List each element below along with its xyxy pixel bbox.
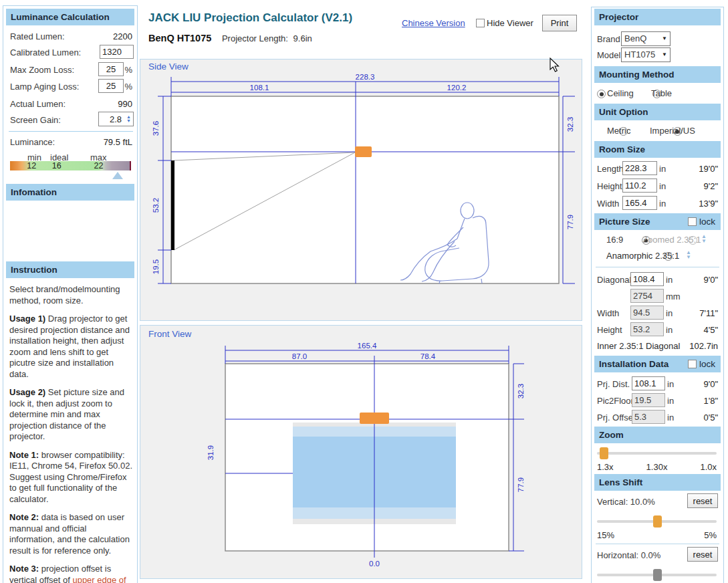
screen-gain-spinner[interactable]: ▲▼ xyxy=(126,115,131,123)
table-label: Table xyxy=(651,88,672,98)
horizontal-reset-button[interactable]: reset xyxy=(687,547,718,562)
picture-height-unit: in xyxy=(666,325,673,335)
room-height-input[interactable] xyxy=(622,179,657,193)
model-select[interactable]: HT1075 ▼ xyxy=(621,47,671,62)
room-width-input[interactable] xyxy=(622,196,657,210)
anamorphic-label: Anamorphic 2.35:1 xyxy=(606,251,679,261)
actual-lumen-label: Actual Lumen: xyxy=(10,99,66,109)
vertical-shift-slider[interactable] xyxy=(597,515,717,528)
inner-diagonal-value: 102.7in xyxy=(689,341,718,351)
horizontal-shift-handle[interactable] xyxy=(653,569,662,581)
instruction-text: Select brand/modelmounting method, room … xyxy=(9,284,133,583)
zoom-slider[interactable] xyxy=(597,447,717,459)
zoom-slider-handle[interactable] xyxy=(600,447,608,459)
luminance-label: Luminance: xyxy=(10,137,55,147)
prj-dist-imperial: 9'0" xyxy=(703,379,718,389)
model-label: Model xyxy=(597,50,620,60)
calibrated-lumen-input[interactable] xyxy=(100,45,134,59)
room-size-section-header: Room Size xyxy=(594,141,721,158)
prj-offset-unit: in xyxy=(667,413,674,423)
chinese-version-link[interactable]: Chinese Version xyxy=(402,18,465,28)
front-dim-lens-floor: 77.9 xyxy=(517,477,525,492)
diagonal-unit: in xyxy=(666,275,673,285)
vertical-reset-button[interactable]: reset xyxy=(687,493,718,508)
diagonal-imperial: 9'0" xyxy=(703,275,718,285)
luminance-row: Luminance: 79.5 ftL xyxy=(10,137,132,147)
picture-size-lock-checkbox[interactable] xyxy=(688,217,697,226)
scale-value-22: 22 xyxy=(94,161,104,170)
prj-offset-imperial: 0'5" xyxy=(703,413,718,423)
scale-pointer-icon xyxy=(112,172,123,179)
diagonal-input[interactable] xyxy=(630,272,664,286)
pic2floor-input xyxy=(632,393,665,407)
front-dim-center: 0.0 xyxy=(367,560,382,568)
installation-lock-checkbox[interactable] xyxy=(688,360,697,368)
side-dim-right: 120.2 xyxy=(445,84,469,92)
chevron-down-icon: ▼ xyxy=(662,51,667,57)
installation-lock-label: lock xyxy=(699,359,715,369)
front-dim-total: 165.4 xyxy=(356,342,379,350)
front-dim-right: 78.4 xyxy=(418,352,437,360)
max-zoom-loss-input[interactable] xyxy=(98,62,124,76)
prj-dist-unit: in xyxy=(667,379,674,389)
side-view-drawing xyxy=(140,60,582,320)
note2-paragraph: Note 2: data is based on user mannual an… xyxy=(9,512,133,556)
vertical-shift-handle[interactable] xyxy=(653,515,662,528)
luminance-section-header: Luminance Calculation xyxy=(6,9,134,25)
zoom-min-label: 1.3x xyxy=(597,462,614,472)
spin-down-icon[interactable]: ▼ xyxy=(126,119,131,123)
vertical-max-label: 5% xyxy=(704,530,717,540)
side-dim-total: 228.3 xyxy=(354,73,377,81)
projector-length-label: Projector Length: xyxy=(222,33,288,43)
zoom-current-label: 1.30x xyxy=(646,462,668,472)
information-section-header: Infomation xyxy=(6,184,134,201)
ratio-169-label: 16:9 xyxy=(606,235,623,245)
vertical-min-label: 15% xyxy=(597,530,614,540)
zoom-slider-track[interactable] xyxy=(597,452,717,455)
left-sidebar: Luminance Calculation Rated Lumen: 2200 … xyxy=(3,5,138,583)
prj-dist-input[interactable] xyxy=(632,376,665,390)
brand-select-value: BenQ xyxy=(624,33,646,43)
anamorphic-spinner[interactable]: ▲▼ xyxy=(686,251,691,259)
zoom-scale-labels: 1.3x 1.30x 1.0x xyxy=(597,462,717,472)
ceiling-radio[interactable] xyxy=(597,90,606,98)
print-button[interactable]: Print xyxy=(542,15,577,31)
zoomed-spinner[interactable]: ▲▼ xyxy=(701,235,707,243)
imperial-label: Imperial/US xyxy=(650,126,695,136)
brand-select[interactable]: BenQ ▼ xyxy=(621,31,671,46)
side-dim-screen-bottom: 19.5 xyxy=(152,259,160,274)
room-height-unit: in xyxy=(659,181,666,191)
zoomed-label: Zoomed 2.35:1 xyxy=(642,235,701,245)
picture-height-input xyxy=(630,322,664,336)
picture-height-imperial: 4'5" xyxy=(703,325,718,335)
picture-size-lock-label: lock xyxy=(699,217,715,227)
lens-shift-section-header: Lens Shift xyxy=(594,474,721,491)
divider xyxy=(596,544,719,544)
actual-lumen-value: 990 xyxy=(118,99,132,109)
room-width-imperial: 13'9" xyxy=(699,199,718,209)
side-dim-lens-floor: 77.9 xyxy=(566,215,574,229)
side-view-panel: Side View xyxy=(140,59,582,321)
lamp-aging-loss-input[interactable] xyxy=(98,79,124,93)
side-dim-lens-top: 32.3 xyxy=(566,117,574,132)
room-length-input[interactable] xyxy=(622,161,657,175)
horizontal-shift-slider[interactable] xyxy=(597,569,717,581)
model-select-value: HT1075 xyxy=(624,49,655,60)
diagonal-mm-input xyxy=(630,289,664,303)
picture-width-unit: in xyxy=(666,308,673,318)
projector-model-name: BenQ HT1075 xyxy=(148,33,211,43)
prj-dist-label: Prj. Dist. xyxy=(597,379,630,389)
chevron-down-icon: ▼ xyxy=(662,35,667,41)
side-dim-screen-height: 53.2 xyxy=(152,198,160,213)
picture-width-imperial: 7'11" xyxy=(699,308,718,318)
rated-lumen-value: 2200 xyxy=(113,31,132,41)
unit-section-header: Unit Option xyxy=(594,104,721,120)
usage2-paragraph: Usage 2) Set picture size and lock it, t… xyxy=(9,387,133,443)
diagonal-mm-unit: mm xyxy=(666,292,681,302)
page-title: JACK LIU Projection Calculator (V2.1) xyxy=(148,11,352,25)
vertical-shift-label: Vertical: 10.0% xyxy=(597,497,655,507)
projector-length-value: 9.6in xyxy=(293,33,312,43)
zoom-max-label: 1.0x xyxy=(700,462,717,472)
room-height-imperial: 9'2" xyxy=(703,181,718,191)
hide-viewer-checkbox[interactable] xyxy=(476,19,485,27)
